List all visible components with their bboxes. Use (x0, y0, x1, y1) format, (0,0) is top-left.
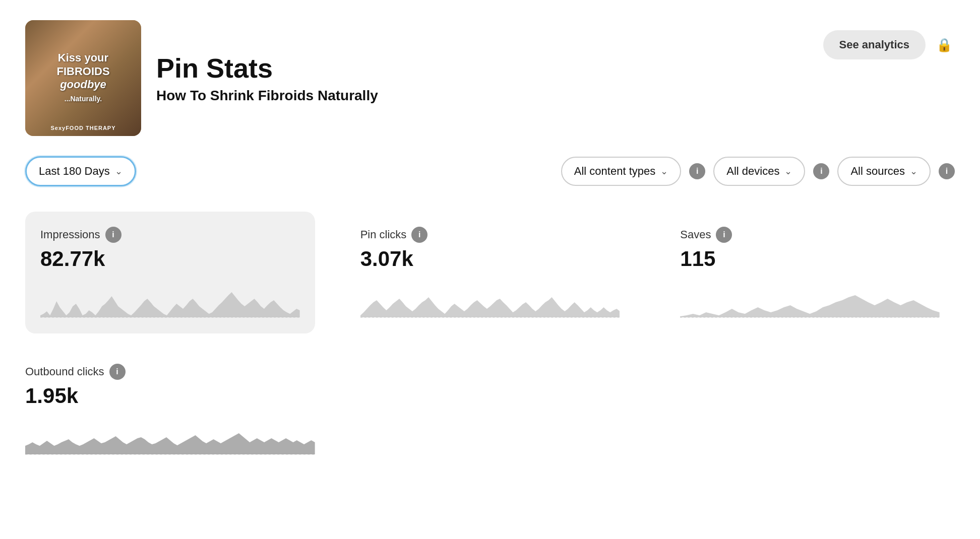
outbound-clicks-card: Outbound clicks i 1.95k (25, 359, 315, 465)
see-analytics-button[interactable]: See analytics (823, 30, 926, 59)
pin-clicks-card: Pin clicks i 3.07k (345, 212, 635, 333)
sources-info-icon[interactable]: i (939, 163, 955, 179)
outbound-clicks-label: Outbound clicks (25, 365, 104, 378)
pin-thumbnail: Kiss yourFIBROIDSgoodbye...Naturally. Se… (25, 20, 141, 136)
page-subtitle: How To Shrink Fibroids Naturally (156, 88, 378, 104)
outbound-clicks-info-icon[interactable]: i (109, 364, 126, 380)
saves-chart (680, 281, 940, 321)
empty-col-3 (665, 359, 955, 465)
header-left: Kiss yourFIBROIDSgoodbye...Naturally. Se… (25, 20, 378, 136)
pin-clicks-chart (360, 281, 620, 321)
impressions-card: Impressions i 82.77k (25, 212, 315, 333)
stats-grid: Impressions i 82.77k Pin clicks i 3.07k (25, 212, 955, 333)
outbound-clicks-label-row: Outbound clicks i (25, 364, 315, 380)
impressions-info-icon[interactable]: i (105, 227, 121, 243)
date-range-label: Last 180 Days (39, 165, 110, 178)
sources-filter[interactable]: All sources ⌄ (837, 157, 931, 186)
pin-clicks-label: Pin clicks (360, 228, 407, 241)
pin-clicks-value: 3.07k (360, 247, 620, 271)
devices-filter[interactable]: All devices ⌄ (713, 157, 805, 186)
outbound-clicks-value: 1.95k (25, 384, 315, 408)
date-range-filter[interactable]: Last 180 Days ⌄ (25, 156, 136, 186)
pin-clicks-info-icon[interactable]: i (411, 227, 427, 243)
devices-info-icon[interactable]: i (813, 163, 829, 179)
sources-label: All sources (850, 165, 905, 178)
pin-image-brand: SexyFOOD THERAPY (25, 125, 141, 131)
impressions-chart (40, 281, 300, 321)
impressions-label-row: Impressions i (40, 227, 300, 243)
devices-label: All devices (726, 165, 779, 178)
pin-image-title: Kiss yourFIBROIDSgoodbye...Naturally. (51, 46, 114, 110)
saves-card: Saves i 115 (665, 212, 955, 333)
saves-info-icon[interactable]: i (716, 227, 732, 243)
page-header: Kiss yourFIBROIDSgoodbye...Naturally. Se… (25, 20, 955, 136)
saves-label: Saves (680, 228, 711, 241)
header-right: See analytics 🔒 (823, 20, 955, 59)
stats-bottom-grid: Outbound clicks i 1.95k (25, 359, 955, 465)
content-types-filter[interactable]: All content types ⌄ (561, 157, 681, 186)
filters-right: All content types ⌄ i All devices ⌄ i Al… (561, 157, 955, 186)
filters-bar: Last 180 Days ⌄ All content types ⌄ i Al… (25, 156, 955, 186)
impressions-value: 82.77k (40, 247, 300, 271)
content-types-label: All content types (574, 165, 655, 178)
chevron-down-icon: ⌄ (660, 166, 668, 177)
chevron-down-icon: ⌄ (910, 166, 917, 177)
lock-icon: 🔒 (934, 34, 955, 55)
impressions-label: Impressions (40, 228, 100, 241)
saves-value: 115 (680, 247, 940, 271)
page-title: Pin Stats (156, 52, 378, 84)
outbound-clicks-chart (25, 418, 315, 458)
chevron-down-icon: ⌄ (784, 166, 792, 177)
empty-col-2 (345, 359, 635, 465)
chevron-down-icon: ⌄ (115, 166, 122, 177)
content-types-info-icon[interactable]: i (689, 163, 705, 179)
saves-label-row: Saves i (680, 227, 940, 243)
title-block: Pin Stats How To Shrink Fibroids Natural… (156, 52, 378, 104)
pin-clicks-label-row: Pin clicks i (360, 227, 620, 243)
